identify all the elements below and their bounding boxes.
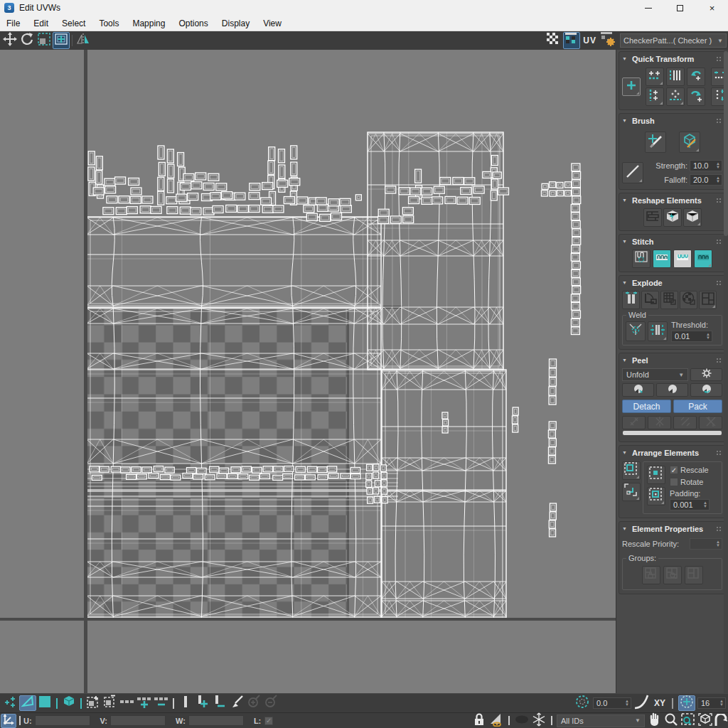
menu-mapping[interactable]: Mapping: [132, 18, 165, 28]
absolute-typein-button[interactable]: [1, 714, 16, 728]
pack-together-button[interactable]: [647, 466, 665, 484]
section-title[interactable]: Element Properties: [632, 525, 703, 533]
pin-moved-button[interactable]: [673, 416, 697, 429]
close-button[interactable]: ×: [696, 0, 728, 16]
rotate-checkbox[interactable]: [670, 478, 678, 486]
rollout-arrow-icon[interactable]: ▼: [622, 118, 627, 123]
threshold-field[interactable]: 0.01▲▼: [671, 331, 712, 342]
section-title[interactable]: Brush: [632, 117, 655, 125]
paint-soft-selection-button[interactable]: [678, 695, 695, 711]
menu-view[interactable]: View: [263, 18, 282, 28]
spinner-arrows-icon[interactable]: ▲▼: [714, 540, 720, 547]
grow-ring-button[interactable]: [194, 695, 211, 711]
flatten-by-polygon-angle-button[interactable]: [680, 291, 697, 309]
shrink-loop-button[interactable]: [153, 695, 170, 711]
spinner-arrows-icon[interactable]: ▲▼: [702, 501, 707, 508]
show-map-toggle[interactable]: [545, 32, 562, 49]
w-field[interactable]: [188, 715, 244, 726]
pack-button[interactable]: Pack: [673, 400, 722, 413]
menu-file[interactable]: File: [6, 18, 20, 28]
uv-channel-label[interactable]: UV: [582, 36, 598, 46]
filter-selected-faces-button[interactable]: [488, 714, 504, 728]
hide-button[interactable]: [514, 714, 530, 728]
strength-field[interactable]: 10.0▲▼: [690, 160, 722, 171]
rollout-arrow-icon[interactable]: ▼: [622, 280, 627, 285]
pack-full-button[interactable]: [647, 487, 665, 505]
spinner-arrows-icon[interactable]: ▲▼: [714, 176, 720, 183]
falloff-field[interactable]: 20.0▲▼: [690, 174, 722, 186]
select-edge-ring-button[interactable]: [177, 695, 194, 711]
maximize-button[interactable]: [664, 0, 696, 16]
rescale-priority-field[interactable]: ▲▼: [690, 538, 722, 550]
menu-tools[interactable]: Tools: [99, 18, 119, 28]
align-vertical-button[interactable]: [666, 68, 685, 86]
paint-select-button[interactable]: [228, 695, 245, 711]
section-title[interactable]: Explode: [632, 279, 663, 287]
select-edge-loop-button[interactable]: [119, 695, 136, 711]
zoom-extents-button[interactable]: [697, 714, 713, 728]
section-title[interactable]: Quick Transform: [632, 55, 694, 63]
detach-edge-verts-button[interactable]: [641, 291, 659, 309]
rollout-arrow-icon[interactable]: ▼: [622, 239, 627, 244]
stitch-to-target-button[interactable]: [653, 250, 671, 268]
rotate-tool-button[interactable]: [18, 32, 36, 49]
mirror-tool-button[interactable]: [75, 32, 92, 49]
rollout-arrow-icon[interactable]: ▼: [622, 198, 627, 203]
relax-brush-button[interactable]: [679, 132, 700, 153]
scale-tool-button[interactable]: [36, 32, 53, 49]
flatten-by-material-id-button[interactable]: [660, 291, 678, 309]
falloff-space-toggle[interactable]: XY: [653, 698, 667, 708]
minimize-button[interactable]: [632, 0, 664, 16]
shrink-ring-button[interactable]: [211, 695, 228, 711]
zoom-region-button[interactable]: [680, 714, 696, 728]
target-weld-button[interactable]: [626, 321, 646, 341]
unpin-all-button[interactable]: [699, 416, 722, 429]
rotate-cw-button[interactable]: [687, 87, 705, 106]
spinner-arrows-icon[interactable]: ▲▼: [705, 333, 710, 340]
uv-editor-canvas[interactable]: [0, 50, 616, 693]
material-id-filter-dropdown[interactable]: All IDs▼: [557, 714, 645, 727]
falloff-curve-button[interactable]: [633, 695, 651, 711]
weld-selected-button[interactable]: [648, 321, 668, 341]
texture-options-button[interactable]: [599, 32, 616, 49]
stitch-selected-button[interactable]: [694, 250, 712, 268]
ungroup-button[interactable]: [685, 566, 703, 584]
rollout-arrow-icon[interactable]: ▼: [622, 526, 627, 531]
texture-selector-dropdown[interactable]: CheckerPatt...( Checker )▼: [620, 33, 727, 48]
move-tool-button[interactable]: [1, 32, 18, 49]
break-button[interactable]: [622, 291, 640, 309]
lock-selection-button[interactable]: [471, 714, 487, 728]
shrink-selection-button[interactable]: [102, 695, 119, 711]
panel-scrollbar[interactable]: [724, 50, 728, 693]
tile-preview-toggle[interactable]: [563, 32, 580, 49]
rotate-ccw-button[interactable]: [687, 68, 705, 86]
menu-select[interactable]: Select: [62, 18, 85, 28]
zoom-to-gizmo-button[interactable]: [714, 714, 727, 728]
polygon-mode-button[interactable]: [36, 695, 53, 711]
freeze-button[interactable]: [531, 714, 547, 728]
rollout-arrow-icon[interactable]: ▼: [622, 358, 627, 363]
spinner-arrows-icon[interactable]: ▲▼: [718, 700, 724, 707]
brush-size-field[interactable]: 16▲▼: [697, 697, 726, 709]
detach-button[interactable]: Detach: [622, 400, 671, 413]
padding-field[interactable]: 0.001▲▼: [670, 499, 710, 510]
select-group-button[interactable]: [663, 566, 682, 584]
rollout-arrow-icon[interactable]: ▼: [622, 450, 627, 455]
vertex-mode-button[interactable]: [2, 695, 19, 711]
peel-resize-handle[interactable]: [623, 431, 722, 435]
flatten-custom-button[interactable]: [699, 291, 717, 309]
rearrange-button[interactable]: [622, 483, 641, 501]
move-brush-button[interactable]: [645, 132, 666, 153]
menu-edit[interactable]: Edit: [33, 18, 48, 28]
peel-mode-dropdown[interactable]: Unfold▼: [622, 368, 688, 381]
section-title[interactable]: Peel: [632, 356, 648, 365]
grow-loop-button[interactable]: [136, 695, 153, 711]
enlarge-brush-button[interactable]: [245, 695, 262, 711]
section-title[interactable]: Stitch: [632, 237, 654, 246]
v-field[interactable]: [110, 715, 166, 726]
shrink-brush-button[interactable]: [262, 695, 279, 711]
stitch-source-button[interactable]: [673, 250, 692, 268]
straighten-selection-button[interactable]: [643, 208, 662, 227]
pack-normalize-button[interactable]: [622, 461, 641, 480]
soft-selection-value-field[interactable]: 0.0▲▼: [593, 697, 631, 709]
